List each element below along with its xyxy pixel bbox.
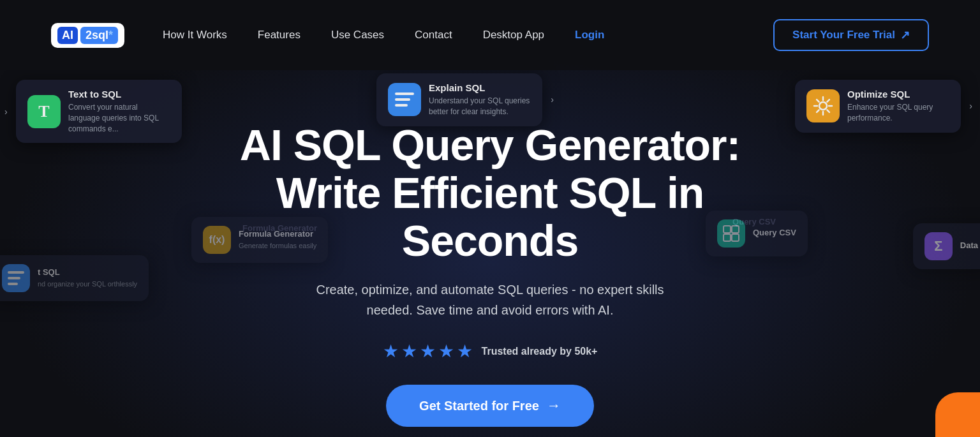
- get-started-arrow-icon: →: [547, 397, 561, 414]
- navbar: AI 2sql* How It Works Features Use Cases…: [0, 0, 980, 70]
- trust-text: Trusted already by 50k+: [482, 346, 598, 357]
- cta-arrow-icon: ↗: [900, 28, 910, 42]
- nav-desktop-app[interactable]: Desktop App: [483, 29, 544, 41]
- nav-links: How It Works Features Use Cases Contact …: [163, 29, 773, 41]
- get-started-button[interactable]: Get Started for Free →: [386, 385, 594, 427]
- nav-how-it-works[interactable]: How It Works: [163, 29, 227, 41]
- hero-section: AI SQL Query Generator: Write Efficient …: [0, 70, 980, 427]
- nav-contact[interactable]: Contact: [415, 29, 452, 41]
- hero-subtitle: Create, optimize, and automate SQL queri…: [311, 279, 669, 320]
- orange-circle-decoration: [935, 392, 980, 437]
- start-free-trial-button[interactable]: Start Your Free Trial ↗: [773, 19, 929, 51]
- star-2: ★: [401, 341, 417, 362]
- cta-label: Start Your Free Trial: [792, 29, 895, 41]
- hero-title: AI SQL Query Generator: Write Efficient …: [203, 121, 777, 264]
- nav-features[interactable]: Features: [258, 29, 301, 41]
- nav-use-cases[interactable]: Use Cases: [331, 29, 384, 41]
- get-started-label: Get Started for Free: [419, 399, 539, 413]
- star-5: ★: [457, 341, 473, 362]
- star-3: ★: [420, 341, 436, 362]
- logo-2sql: 2sql*: [80, 27, 118, 44]
- nav-login[interactable]: Login: [575, 29, 604, 41]
- star-1: ★: [383, 341, 399, 362]
- star-4: ★: [438, 341, 454, 362]
- trust-row: ★ ★ ★ ★ ★ Trusted already by 50k+: [383, 341, 598, 362]
- star-rating: ★ ★ ★ ★ ★: [383, 341, 473, 362]
- logo-ai: AI: [57, 27, 78, 44]
- logo[interactable]: AI 2sql*: [51, 23, 124, 48]
